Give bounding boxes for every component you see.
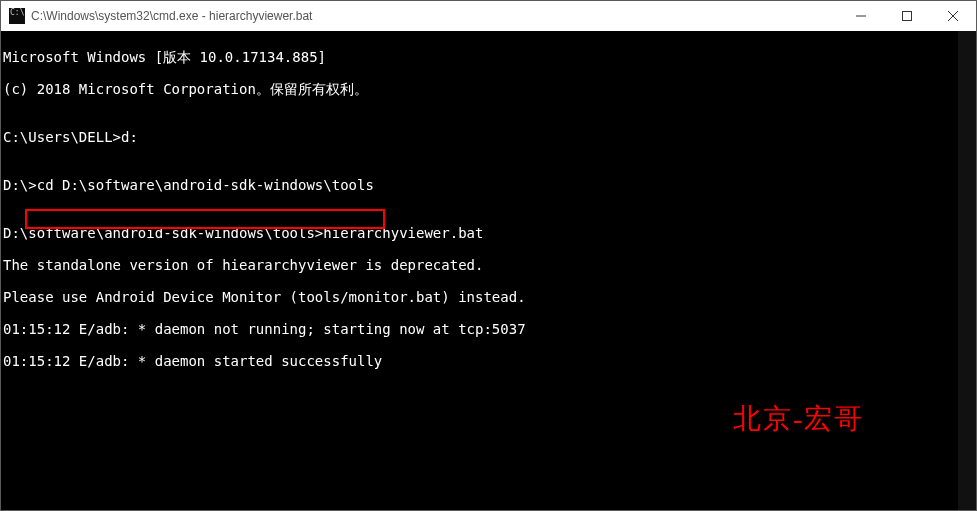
cmd-window: C:\Windows\system32\cmd.exe - hierarchyv… xyxy=(0,0,977,511)
terminal-scrollbar-gutter xyxy=(958,31,976,510)
cmd-icon xyxy=(9,8,25,24)
maximize-icon xyxy=(902,11,912,21)
terminal-output[interactable]: Microsoft Windows [版本 10.0.17134.885] (c… xyxy=(1,31,976,510)
terminal-line: Microsoft Windows [版本 10.0.17134.885] xyxy=(3,49,976,65)
titlebar[interactable]: C:\Windows\system32\cmd.exe - hierarchyv… xyxy=(1,1,976,31)
terminal-line: (c) 2018 Microsoft Corporation。保留所有权利。 xyxy=(3,81,976,97)
minimize-button[interactable] xyxy=(838,1,884,31)
svg-rect-1 xyxy=(903,12,912,21)
window-title: C:\Windows\system32\cmd.exe - hierarchyv… xyxy=(31,9,838,23)
close-button[interactable] xyxy=(930,1,976,31)
terminal-line: The standalone version of hieararchyview… xyxy=(3,257,976,273)
close-icon xyxy=(948,11,958,21)
terminal-line: D:\>cd D:\software\android-sdk-windows\t… xyxy=(3,177,976,193)
terminal-line: D:\software\android-sdk-windows\tools>hi… xyxy=(3,225,976,241)
terminal-line: 01:15:12 E/adb: * daemon started success… xyxy=(3,353,976,369)
minimize-icon xyxy=(856,11,866,21)
watermark-text: 北京-宏哥 xyxy=(733,411,864,427)
maximize-button[interactable] xyxy=(884,1,930,31)
terminal-line: Please use Android Device Monitor (tools… xyxy=(3,289,976,305)
terminal-line: 01:15:12 E/adb: * daemon not running; st… xyxy=(3,321,976,337)
terminal-line: C:\Users\DELL>d: xyxy=(3,129,976,145)
window-controls xyxy=(838,1,976,31)
